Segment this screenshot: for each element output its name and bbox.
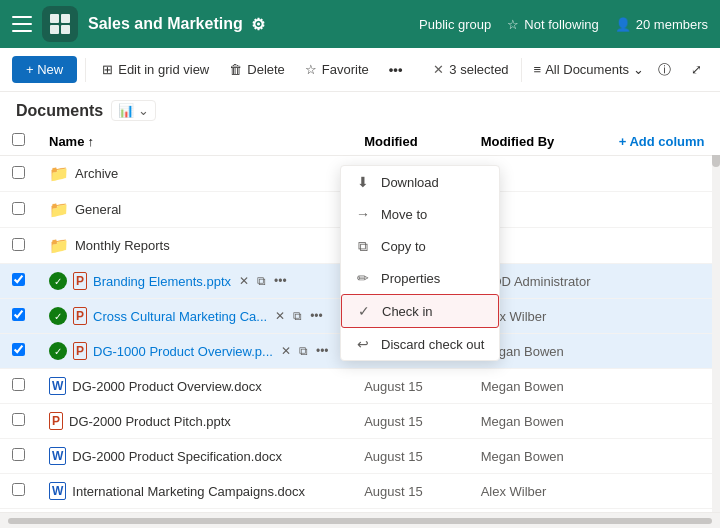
grid-icon: ⊞ xyxy=(102,62,113,77)
row-action-x[interactable]: ✕ xyxy=(273,307,287,325)
row-action-copy[interactable]: ⧉ xyxy=(255,272,268,290)
file-name[interactable]: DG-2000 Product Specification.docx xyxy=(72,449,282,464)
chevron-icon: ⌄ xyxy=(633,62,644,77)
row-checkbox[interactable] xyxy=(12,483,25,496)
toolbar-right: ✕ 3 selected ≡ All Documents ⌄ ⓘ ⤢ xyxy=(433,57,708,83)
menu-item-check-in[interactable]: ✓ Check in xyxy=(341,294,499,328)
row-action-x[interactable]: ✕ xyxy=(279,342,293,360)
row-checkbox[interactable] xyxy=(12,413,25,426)
close-icon[interactable]: ✕ xyxy=(433,62,444,77)
svg-rect-0 xyxy=(50,14,59,23)
delete-icon: 🗑 xyxy=(229,62,242,77)
folder-icon: 📁 xyxy=(49,200,69,219)
docx-icon: W xyxy=(49,377,66,395)
all-documents-dropdown[interactable]: ≡ All Documents ⌄ xyxy=(534,62,644,77)
bottom-scrollbar[interactable] xyxy=(0,512,720,528)
app-icon xyxy=(42,6,78,42)
selected-badge: ✕ 3 selected xyxy=(433,62,508,77)
menu-item-discard-check-out[interactable]: ↩ Discard check out xyxy=(341,328,499,360)
file-name-cell: ✓ P DG-1000 Product Overview.p... ✕ ⧉ ••… xyxy=(49,342,340,360)
checked-out-icon: ✓ xyxy=(49,307,67,325)
right-scrollbar[interactable] xyxy=(712,127,720,512)
row-action-more[interactable]: ••• xyxy=(272,272,289,290)
row-action-more[interactable]: ••• xyxy=(314,342,331,360)
table-row[interactable]: W International Marketing Campaigns.docx… xyxy=(0,474,720,509)
expand-button[interactable]: ⤢ xyxy=(685,58,708,81)
menu-item-move-to[interactable]: → Move to xyxy=(341,198,499,230)
separator xyxy=(85,58,86,82)
menu-item-icon: → xyxy=(355,206,371,222)
delete-button[interactable]: 🗑 Delete xyxy=(221,57,293,82)
info-button[interactable]: ⓘ xyxy=(652,57,677,83)
star-icon: ☆ xyxy=(305,62,317,77)
row-checkbox[interactable] xyxy=(12,202,25,215)
file-name[interactable]: General xyxy=(75,202,121,217)
checked-out-icon: ✓ xyxy=(49,272,67,290)
menu-item-icon: ⬇ xyxy=(355,174,371,190)
site-title: Sales and Marketing ⚙ xyxy=(88,15,419,34)
file-name-cell: 📁 General xyxy=(49,200,340,219)
horizontal-scroll-thumb[interactable] xyxy=(8,518,712,524)
modified-cell: August 15 xyxy=(352,439,468,474)
file-name-cell: 📁 Archive xyxy=(49,164,340,183)
row-checkbox[interactable] xyxy=(12,166,25,179)
row-actions: ✕ ⧉ ••• xyxy=(273,307,325,325)
file-name[interactable]: DG-2000 Product Pitch.pptx xyxy=(69,414,231,429)
checked-out-icon: ✓ xyxy=(49,342,67,360)
row-action-copy[interactable]: ⧉ xyxy=(291,307,304,325)
row-checkbox[interactable] xyxy=(12,308,25,321)
row-actions: ✕ ⧉ ••• xyxy=(237,272,289,290)
menu-item-download[interactable]: ⬇ Download xyxy=(341,166,499,198)
row-checkbox[interactable] xyxy=(12,343,25,356)
row-action-x[interactable]: ✕ xyxy=(237,272,251,290)
select-all-checkbox[interactable] xyxy=(12,133,25,146)
modified-by-cell: Megan Bowen xyxy=(469,439,607,474)
more-options-button[interactable]: ••• xyxy=(381,57,411,82)
hamburger-menu[interactable] xyxy=(12,16,32,32)
new-button[interactable]: + New xyxy=(12,56,77,83)
file-name-cell: ✓ P Cross Cultural Marketing Ca... ✕ ⧉ •… xyxy=(49,307,340,325)
row-checkbox[interactable] xyxy=(12,273,25,286)
file-name[interactable]: DG-2000 Product Overview.docx xyxy=(72,379,261,394)
table-row[interactable]: W DG-2000 Product Overview.docx August 1… xyxy=(0,369,720,404)
file-name[interactable]: DG-1000 Product Overview.p... xyxy=(93,344,273,359)
documents-title: Documents xyxy=(16,102,103,120)
file-name[interactable]: Archive xyxy=(75,166,118,181)
file-name-cell: P DG-2000 Product Pitch.pptx xyxy=(49,412,340,430)
favorite-button[interactable]: ☆ Favorite xyxy=(297,57,377,82)
row-action-more[interactable]: ••• xyxy=(308,307,325,325)
modified-by-cell: Megan Bowen xyxy=(469,404,607,439)
file-name-cell: W DG-2000 Product Overview.docx xyxy=(49,377,340,395)
file-name[interactable]: Monthly Reports xyxy=(75,238,170,253)
modified-column-header[interactable]: Modified xyxy=(352,127,468,156)
separator2 xyxy=(521,58,522,82)
row-checkbox[interactable] xyxy=(12,238,25,251)
row-action-copy[interactable]: ⧉ xyxy=(297,342,310,360)
modified-by-column-header[interactable]: Modified By xyxy=(469,127,607,156)
edit-grid-view-button[interactable]: ⊞ Edit in grid view xyxy=(94,57,217,82)
docx-icon: W xyxy=(49,447,66,465)
folder-icon: 📁 xyxy=(49,236,69,255)
table-row[interactable]: P DG-2000 Product Pitch.pptx August 15 M… xyxy=(0,404,720,439)
file-name-cell: 📁 Monthly Reports xyxy=(49,236,340,255)
view-toggle[interactable]: 📊 ⌄ xyxy=(111,100,156,121)
add-column-header[interactable]: + Add column xyxy=(607,127,720,156)
row-checkbox[interactable] xyxy=(12,378,25,391)
settings-icon[interactable]: ⚙ xyxy=(251,15,265,34)
menu-item-properties[interactable]: ✏ Properties xyxy=(341,262,499,294)
modified-cell: August 15 xyxy=(352,404,468,439)
docx-icon: W xyxy=(49,482,66,500)
menu-item-label: Properties xyxy=(381,271,440,286)
menu-item-icon: ✏ xyxy=(355,270,371,286)
file-name[interactable]: Cross Cultural Marketing Ca... xyxy=(93,309,267,324)
file-name-cell: W International Marketing Campaigns.docx xyxy=(49,482,340,500)
table-row[interactable]: W DG-2000 Product Specification.docx Aug… xyxy=(0,439,720,474)
members[interactable]: 👤 20 members xyxy=(615,17,708,32)
nav-right: Public group ☆ Not following 👤 20 member… xyxy=(419,17,708,32)
file-name[interactable]: Branding Elements.pptx xyxy=(93,274,231,289)
name-column-header[interactable]: Name ↑ xyxy=(37,127,352,156)
not-following[interactable]: ☆ Not following xyxy=(507,17,598,32)
menu-item-copy-to[interactable]: ⧉ Copy to xyxy=(341,230,499,262)
row-checkbox[interactable] xyxy=(12,448,25,461)
file-name[interactable]: International Marketing Campaigns.docx xyxy=(72,484,305,499)
